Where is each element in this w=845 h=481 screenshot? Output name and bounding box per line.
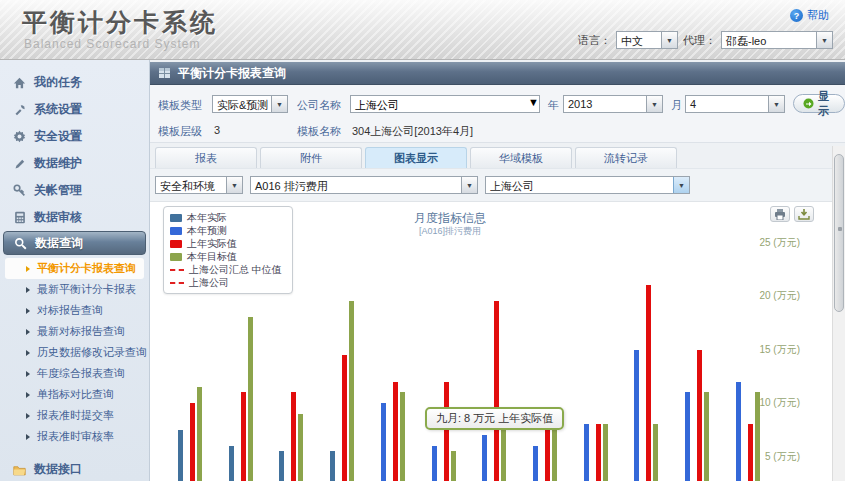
bar-lastyear[interactable] xyxy=(342,355,347,481)
bar-target[interactable] xyxy=(653,424,658,481)
chevron-down-icon[interactable]: ▼ xyxy=(816,32,832,48)
chevron-down-icon[interactable]: ▼ xyxy=(461,177,477,193)
year-select[interactable]: 2013 ▼ xyxy=(563,95,663,113)
sidebar-subitem-3[interactable]: 对标报告查询 xyxy=(0,300,149,321)
query-form: 模板类型 实际&预测 ▼ 公司名称 上海公司 ▼ 年 2013 ▼ 月 4 ▼ xyxy=(150,85,845,143)
bar-target[interactable] xyxy=(451,451,456,481)
bar-lastyear[interactable] xyxy=(241,392,246,481)
bar-target[interactable] xyxy=(704,392,709,481)
chart-filter-select-3[interactable]: 上海公司▼ xyxy=(485,176,690,194)
folder-icon xyxy=(13,463,26,476)
scrollbar-thumb[interactable] xyxy=(834,154,844,312)
sidebar-subitem-8[interactable]: 报表准时提交率 xyxy=(0,405,149,426)
sidebar-item-label: 数据查询 xyxy=(35,235,83,252)
sidebar-item-4[interactable]: 数据维护 xyxy=(0,150,149,177)
sidebar-item-7[interactable]: 数据查询 xyxy=(3,231,146,255)
arrow-right-icon xyxy=(26,308,30,314)
sidebar-subitem-7[interactable]: 单指标对比查询 xyxy=(0,384,149,405)
bar-lastyear[interactable] xyxy=(190,403,195,481)
bar-target[interactable] xyxy=(197,387,202,481)
bar-target[interactable] xyxy=(603,424,608,481)
sidebar-subitem-2[interactable]: 最新平衡计分卡报表 xyxy=(0,279,149,300)
show-button[interactable]: 显示 xyxy=(793,94,845,113)
chevron-down-icon[interactable]: ▼ xyxy=(673,177,689,193)
tab-2[interactable]: 附件 xyxy=(260,147,362,168)
month-select[interactable]: 4 ▼ xyxy=(685,95,785,113)
bar-target[interactable] xyxy=(298,414,303,481)
bar-current[interactable] xyxy=(178,430,183,481)
sidebar-subitem-label: 历史数据修改记录查询 xyxy=(37,345,147,360)
company-name-input[interactable]: 上海公司 ▼ xyxy=(350,95,540,113)
sidebar-item-label: 数据维护 xyxy=(34,155,82,172)
legend-swatch xyxy=(170,240,182,248)
bar-target[interactable] xyxy=(349,301,354,481)
chevron-down-icon[interactable]: ▼ xyxy=(528,96,539,112)
bar-target[interactable] xyxy=(400,392,405,481)
sidebar-subitem-label: 最新对标报告查询 xyxy=(37,324,125,339)
tab-5[interactable]: 流转记录 xyxy=(575,147,677,168)
tab-4[interactable]: 华域模板 xyxy=(470,147,572,168)
sidebar-item-1[interactable]: 我的任务 xyxy=(0,69,149,96)
sidebar-item-5[interactable]: 关帐管理 xyxy=(0,177,149,204)
legend-item: 本年实际 xyxy=(170,211,286,224)
agent-select[interactable]: 邵磊-leo ▼ xyxy=(721,31,833,49)
bar-lastyear[interactable] xyxy=(646,285,651,481)
dashed-line-icon xyxy=(170,282,184,284)
arrow-right-icon xyxy=(26,287,30,293)
sidebar-subitem-1[interactable]: 平衡计分卡报表查询 xyxy=(5,258,144,279)
pencil-icon xyxy=(13,157,26,170)
y-axis-tick-label: 20 (万元) xyxy=(730,289,800,303)
sidebar-item-6[interactable]: 数据审核 xyxy=(0,204,149,231)
bar-current[interactable] xyxy=(279,451,284,481)
calculator-icon xyxy=(13,211,26,224)
help-button[interactable]: ? 帮助 xyxy=(790,8,829,23)
chevron-down-icon[interactable]: ▼ xyxy=(661,32,677,48)
language-select[interactable]: 中文 ▼ xyxy=(616,31,678,49)
bar-current[interactable] xyxy=(533,446,538,481)
bar-lastyear[interactable] xyxy=(494,301,499,481)
bar-target[interactable] xyxy=(248,317,253,481)
sidebar-item-2[interactable]: 系统设置 xyxy=(0,96,149,123)
arrow-right-icon xyxy=(26,350,30,356)
bar-lastyear[interactable] xyxy=(393,382,398,481)
bar-current[interactable] xyxy=(685,392,690,481)
arrow-right-icon xyxy=(26,371,30,377)
sidebar-item-data-interface[interactable]: 数据接口 xyxy=(0,456,149,481)
chevron-down-icon[interactable]: ▼ xyxy=(226,177,242,193)
balanced-scorecard-app: { "header": { "title": "平衡计分卡系统", "subti… xyxy=(0,0,845,481)
bar-current[interactable] xyxy=(736,382,741,481)
chart-filter-select-1[interactable]: 安全和环境▼ xyxy=(155,176,243,194)
chevron-down-icon[interactable]: ▼ xyxy=(768,96,784,112)
bar-current[interactable] xyxy=(634,350,639,481)
template-type-select[interactable]: 实际&预测 ▼ xyxy=(212,95,288,113)
bar-lastyear[interactable] xyxy=(697,350,702,481)
bar-target[interactable] xyxy=(755,392,760,481)
tab-3[interactable]: 图表显示 xyxy=(365,147,467,168)
sidebar-subitem-5[interactable]: 历史数据修改记录查询 xyxy=(0,342,149,363)
sidebar-item-3[interactable]: 安全设置 xyxy=(0,123,149,150)
bar-lastyear[interactable] xyxy=(545,430,550,481)
sidebar-subitem-9[interactable]: 报表准时审核率 xyxy=(0,426,149,447)
sidebar-subitem-6[interactable]: 年度综合报表查询 xyxy=(0,363,149,384)
bar-current[interactable] xyxy=(482,435,487,481)
chevron-down-icon[interactable]: ▼ xyxy=(646,96,662,112)
bar-lastyear[interactable] xyxy=(444,382,449,481)
bar-current[interactable] xyxy=(229,446,234,481)
bar-current[interactable] xyxy=(381,403,386,481)
sidebar: 我的任务系统设置安全设置数据维护关帐管理数据审核数据查询 平衡计分卡报表查询最新… xyxy=(0,60,150,481)
vertical-scrollbar[interactable] xyxy=(832,146,845,481)
export-button[interactable] xyxy=(794,206,814,222)
sidebar-subitem-4[interactable]: 最新对标报告查询 xyxy=(0,321,149,342)
chevron-down-icon[interactable]: ▼ xyxy=(271,96,287,112)
search-icon xyxy=(14,237,27,250)
bar-current[interactable] xyxy=(584,424,589,481)
bar-current[interactable] xyxy=(432,446,437,481)
bar-lastyear[interactable] xyxy=(596,424,601,481)
sidebar-item-label: 数据接口 xyxy=(34,461,82,478)
bar-current[interactable] xyxy=(330,451,335,481)
bar-lastyear[interactable] xyxy=(291,392,296,481)
chart-filter-select-2[interactable]: A016 排污费用▼ xyxy=(250,176,478,194)
tab-1[interactable]: 报表 xyxy=(155,147,257,168)
print-button[interactable] xyxy=(770,206,790,222)
bar-lastyear[interactable] xyxy=(748,424,753,481)
